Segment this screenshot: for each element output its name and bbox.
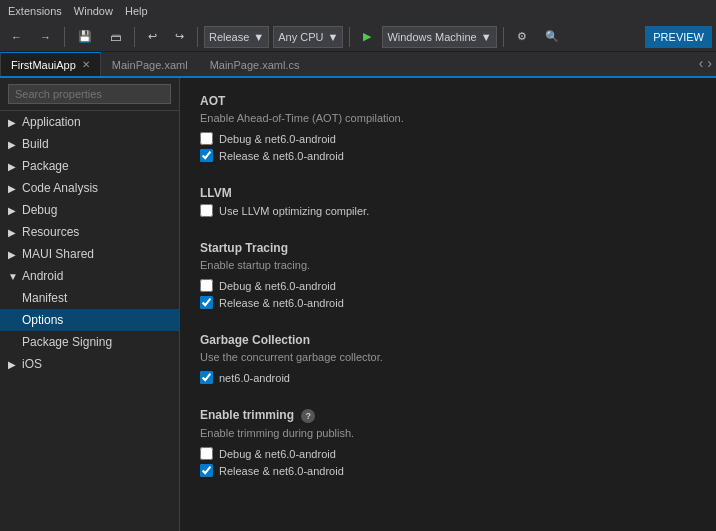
tree-label-options: Options bbox=[22, 313, 171, 327]
tree-label-debug: Debug bbox=[22, 203, 171, 217]
startup-tracing-label-1: Release & net6.0-android bbox=[219, 297, 344, 309]
tree-item-debug[interactable]: ▶ Debug bbox=[0, 199, 179, 221]
platform-dropdown[interactable]: Windows Machine ▼ bbox=[382, 26, 496, 48]
startup-tracing-option-1: Release & net6.0-android bbox=[200, 296, 696, 309]
release-dropdown[interactable]: Release ▼ bbox=[204, 26, 269, 48]
tree-item-build[interactable]: ▶ Build bbox=[0, 133, 179, 155]
release-label: Release bbox=[209, 31, 249, 43]
enable-trimming-option-1: Release & net6.0-android bbox=[200, 464, 696, 477]
startup-tracing-checkbox-0[interactable] bbox=[200, 279, 213, 292]
tree-item-android[interactable]: ▼ Android bbox=[0, 265, 179, 287]
tree-label-resources: Resources bbox=[22, 225, 171, 239]
aot-checkbox-1[interactable] bbox=[200, 149, 213, 162]
undo-button[interactable]: ↩ bbox=[141, 26, 164, 48]
enable-trimming-title: Enable trimming ? bbox=[200, 408, 696, 423]
redo-button[interactable]: ↪ bbox=[168, 26, 191, 48]
garbage-collection-checkbox-0[interactable] bbox=[200, 371, 213, 384]
tab-bar: FirstMauiApp ✕ MainPage.xaml MainPage.xa… bbox=[0, 52, 716, 78]
toolbar: ← → 💾 🗃 ↩ ↪ Release ▼ Any CPU ▼ ▶ Window… bbox=[0, 22, 716, 52]
aot-title: AOT bbox=[200, 94, 696, 108]
arrow-resources: ▶ bbox=[8, 227, 18, 238]
aot-section: AOT Enable Ahead-of-Time (AOT) compilati… bbox=[200, 94, 696, 162]
separator-3 bbox=[197, 27, 198, 47]
garbage-collection-label-0: net6.0-android bbox=[219, 372, 290, 384]
garbage-collection-desc: Use the concurrent garbage collector. bbox=[200, 351, 696, 363]
search-input[interactable] bbox=[8, 84, 171, 104]
menu-extensions[interactable]: Extensions bbox=[8, 5, 62, 17]
menu-window[interactable]: Window bbox=[74, 5, 113, 17]
platform-chevron: ▼ bbox=[481, 31, 492, 43]
separator-5 bbox=[503, 27, 504, 47]
tree-item-application[interactable]: ▶ Application bbox=[0, 111, 179, 133]
forward-button[interactable]: → bbox=[33, 26, 58, 48]
tab-end-icons: ‹ › bbox=[699, 50, 716, 76]
tab-firstmauiapp[interactable]: FirstMauiApp ✕ bbox=[0, 52, 101, 76]
tree-item-options[interactable]: Options bbox=[0, 309, 179, 331]
llvm-section: LLVM Use LLVM optimizing compiler. bbox=[200, 186, 696, 217]
run-button[interactable]: ▶ bbox=[356, 26, 378, 48]
save-all-button[interactable]: 🗃 bbox=[103, 26, 128, 48]
sidebar: ▶ Application ▶ Build ▶ Package ▶ Code A… bbox=[0, 78, 180, 531]
content-area: AOT Enable Ahead-of-Time (AOT) compilati… bbox=[180, 78, 716, 531]
arrow-package: ▶ bbox=[8, 161, 18, 172]
separator-2 bbox=[134, 27, 135, 47]
llvm-option-0: Use LLVM optimizing compiler. bbox=[200, 204, 696, 217]
tab-firstmauiapp-label: FirstMauiApp bbox=[11, 59, 76, 71]
startup-tracing-option-0: Debug & net6.0-android bbox=[200, 279, 696, 292]
enable-trimming-checkbox-0[interactable] bbox=[200, 447, 213, 460]
tree-item-manifest[interactable]: Manifest bbox=[0, 287, 179, 309]
enable-trimming-label-0: Debug & net6.0-android bbox=[219, 448, 336, 460]
aot-option-1: Release & net6.0-android bbox=[200, 149, 696, 162]
back-button[interactable]: ← bbox=[4, 26, 29, 48]
enable-trimming-label-1: Release & net6.0-android bbox=[219, 465, 344, 477]
tab-mainpage-cs[interactable]: MainPage.xaml.cs bbox=[199, 52, 311, 76]
tree-label-maui-shared: MAUI Shared bbox=[22, 247, 171, 261]
tree-item-ios[interactable]: ▶ iOS bbox=[0, 353, 179, 375]
garbage-collection-option-0: net6.0-android bbox=[200, 371, 696, 384]
enable-trimming-help-icon[interactable]: ? bbox=[301, 409, 315, 423]
menu-help[interactable]: Help bbox=[125, 5, 148, 17]
llvm-checkbox-0[interactable] bbox=[200, 204, 213, 217]
tab-mainpage-xaml-label: MainPage.xaml bbox=[112, 59, 188, 71]
tree-label-code-analysis: Code Analysis bbox=[22, 181, 171, 195]
tree-label-package: Package bbox=[22, 159, 171, 173]
aot-checkbox-0[interactable] bbox=[200, 132, 213, 145]
garbage-collection-section: Garbage Collection Use the concurrent ga… bbox=[200, 333, 696, 384]
startup-tracing-section: Startup Tracing Enable startup tracing. … bbox=[200, 241, 696, 309]
enable-trimming-option-0: Debug & net6.0-android bbox=[200, 447, 696, 460]
tree-item-code-analysis[interactable]: ▶ Code Analysis bbox=[0, 177, 179, 199]
search-box bbox=[0, 78, 179, 111]
cpu-dropdown[interactable]: Any CPU ▼ bbox=[273, 26, 343, 48]
arrow-ios: ▶ bbox=[8, 359, 18, 370]
aot-desc: Enable Ahead-of-Time (AOT) compilation. bbox=[200, 112, 696, 124]
aot-label-0: Debug & net6.0-android bbox=[219, 133, 336, 145]
tree-label-build: Build bbox=[22, 137, 171, 151]
arrow-code-analysis: ▶ bbox=[8, 183, 18, 194]
tab-mainpage-xaml[interactable]: MainPage.xaml bbox=[101, 52, 199, 76]
aot-label-1: Release & net6.0-android bbox=[219, 150, 344, 162]
enable-trimming-desc: Enable trimming during publish. bbox=[200, 427, 696, 439]
search-button[interactable]: 🔍 bbox=[538, 26, 566, 48]
enable-trimming-checkbox-1[interactable] bbox=[200, 464, 213, 477]
save-button[interactable]: 💾 bbox=[71, 26, 99, 48]
llvm-label-0: Use LLVM optimizing compiler. bbox=[219, 205, 369, 217]
tree-label-android: Android bbox=[22, 269, 171, 283]
arrow-debug: ▶ bbox=[8, 205, 18, 216]
llvm-title: LLVM bbox=[200, 186, 696, 200]
tab-firstmauiapp-close[interactable]: ✕ bbox=[82, 59, 90, 70]
tab-scroll-right-icon[interactable]: › bbox=[707, 55, 712, 71]
arrow-application: ▶ bbox=[8, 117, 18, 128]
tree-item-resources[interactable]: ▶ Resources bbox=[0, 221, 179, 243]
enable-trimming-section: Enable trimming ? Enable trimming during… bbox=[200, 408, 696, 477]
preview-button[interactable]: PREVIEW bbox=[645, 26, 712, 48]
tree-item-package[interactable]: ▶ Package bbox=[0, 155, 179, 177]
tab-scroll-left-icon[interactable]: ‹ bbox=[699, 55, 704, 71]
garbage-collection-title: Garbage Collection bbox=[200, 333, 696, 347]
tree-item-package-signing[interactable]: Package Signing bbox=[0, 331, 179, 353]
separator-1 bbox=[64, 27, 65, 47]
diagnostics-button[interactable]: ⚙ bbox=[510, 26, 534, 48]
startup-tracing-checkbox-1[interactable] bbox=[200, 296, 213, 309]
startup-tracing-label-0: Debug & net6.0-android bbox=[219, 280, 336, 292]
tree-item-maui-shared[interactable]: ▶ MAUI Shared bbox=[0, 243, 179, 265]
aot-option-0: Debug & net6.0-android bbox=[200, 132, 696, 145]
